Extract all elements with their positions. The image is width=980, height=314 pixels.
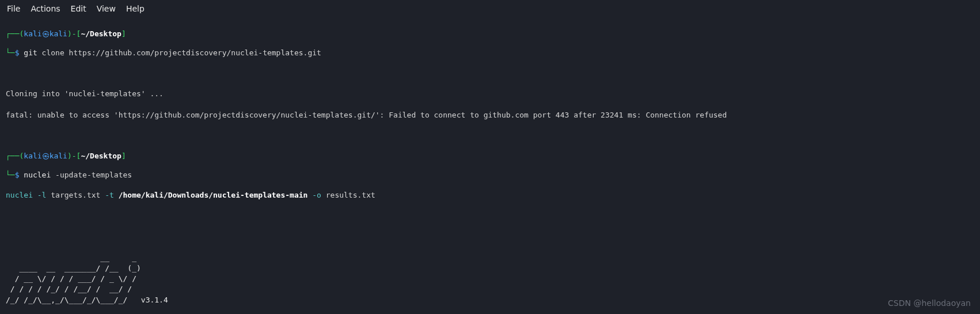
- prompt-1-top: ┌──(kali㉿kali)-[~/Desktop]: [6, 30, 974, 39]
- output-cloning: Cloning into 'nuclei-templates' ...: [6, 89, 974, 99]
- cmd-nuclei-l: nuclei -l: [6, 191, 46, 199]
- nuclei-ascii-art: __ _ ____ __ _______/ /__ (_) / __ \/ / …: [6, 253, 974, 314]
- prompt-box-bottom: └─: [6, 48, 15, 57]
- prompt-2-bottom: └─$ nuclei -update-templates: [6, 171, 974, 180]
- nuclei-full-cmd: nuclei -l targets.txt -t /home/kali/Down…: [6, 190, 974, 200]
- menu-actions[interactable]: Actions: [31, 3, 60, 15]
- output-fatal: fatal: unable to access 'https://github.…: [6, 110, 974, 120]
- prompt-box-close: )-[: [67, 152, 81, 160]
- prompt-1-bottom: └─$ git clone https://github.com/project…: [6, 49, 974, 58]
- prompt-box-top: ┌──(: [6, 29, 24, 38]
- prompt-host: kali: [50, 152, 67, 160]
- prompt-user: kali: [24, 29, 41, 38]
- blank-line: [6, 305, 974, 314]
- menu-help[interactable]: Help: [126, 3, 145, 15]
- menu-file[interactable]: File: [7, 3, 20, 15]
- nuclei-version: v3.1.4: [141, 296, 168, 304]
- cmd-o-flag: -o: [307, 191, 321, 199]
- cmd-git-args: clone https://github.com/projectdiscover…: [37, 48, 321, 57]
- cmd-t-flag: -t: [105, 191, 118, 199]
- prompt-user: kali: [24, 152, 41, 160]
- prompt-host: kali: [50, 29, 67, 38]
- prompt-box-top: ┌──(: [6, 152, 24, 160]
- cmd-templates-path: /home/kali/Downloads/nuclei-templates-ma…: [119, 191, 308, 199]
- terminal-output[interactable]: ┌──(kali㉿kali)-[~/Desktop] └─$ git clone…: [0, 18, 980, 314]
- blank-line: [6, 131, 974, 141]
- prompt-path: ~/Desktop: [81, 152, 121, 160]
- cmd-nuclei-args: -update-templates: [51, 171, 132, 179]
- blank-line: [6, 211, 974, 221]
- prompt-path: ~/Desktop: [81, 29, 121, 38]
- menubar: File Actions Edit View Help: [0, 0, 980, 18]
- cmd-git: git: [19, 48, 37, 57]
- menu-view[interactable]: View: [97, 3, 116, 15]
- prompt-box-close: )-[: [67, 29, 81, 38]
- prompt-box-bottom: └─: [6, 171, 15, 179]
- skull-icon: ㉿: [42, 29, 50, 38]
- watermark: CSDN @hellodaoyan: [888, 298, 971, 309]
- cmd-results: results.txt: [321, 191, 375, 199]
- prompt-box-end: ]: [121, 152, 126, 160]
- cmd-nuclei: nuclei: [19, 171, 51, 179]
- blank-line: [6, 68, 974, 78]
- prompt-2-top: ┌──(kali㉿kali)-[~/Desktop]: [6, 152, 974, 161]
- prompt-box-end: ]: [121, 29, 126, 38]
- skull-icon: ㉿: [42, 152, 50, 160]
- menu-edit[interactable]: Edit: [71, 3, 86, 15]
- blank-line: [6, 232, 974, 243]
- cmd-targets: targets.txt: [46, 191, 105, 199]
